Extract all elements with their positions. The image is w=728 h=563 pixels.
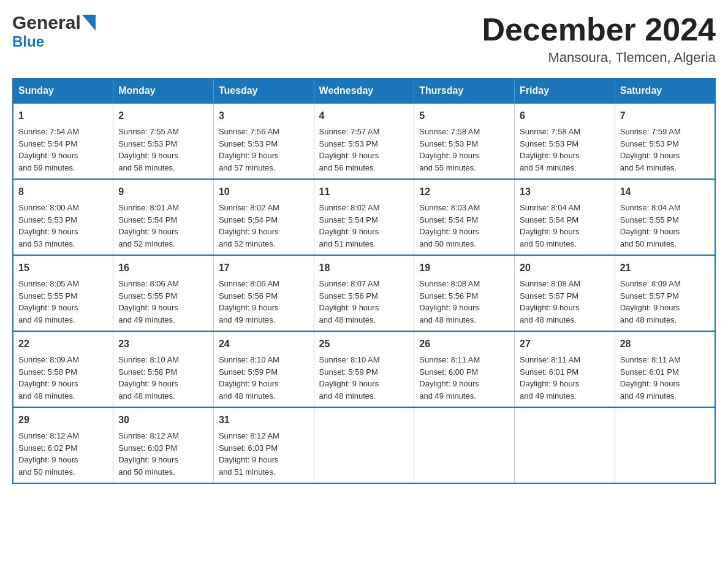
day-number: 24 [219,337,309,351]
sunset-text: Sunset: 5:57 PM [520,290,610,302]
sunset-text: Sunset: 5:55 PM [18,290,108,302]
calendar-cell: 18 Sunrise: 8:07 AM Sunset: 5:56 PM Dayl… [314,255,414,331]
day-info: Sunrise: 8:06 AM Sunset: 5:56 PM Dayligh… [219,278,309,326]
sunrise-text: Sunrise: 8:09 AM [18,354,108,366]
daylight-text: Daylight: 9 hours [118,150,208,162]
day-info: Sunrise: 7:58 AM Sunset: 5:53 PM Dayligh… [419,126,509,174]
daylight-minutes: and 48 minutes. [219,390,309,402]
sunset-text: Sunset: 6:03 PM [219,442,309,454]
day-info: Sunrise: 8:12 AM Sunset: 6:03 PM Dayligh… [219,430,309,478]
day-info: Sunrise: 7:55 AM Sunset: 5:53 PM Dayligh… [118,126,208,174]
sunrise-text: Sunrise: 8:02 AM [219,202,309,214]
daylight-minutes: and 50 minutes. [18,466,108,478]
sunrise-text: Sunrise: 8:11 AM [620,354,710,366]
daylight-minutes: and 48 minutes. [18,390,108,402]
sunset-text: Sunset: 5:54 PM [520,214,610,226]
calendar-cell: 20 Sunrise: 8:08 AM Sunset: 5:57 PM Dayl… [515,255,615,331]
location-subtitle: Mansoura, Tlemcen, Algeria [482,50,716,66]
daylight-minutes: and 51 minutes. [219,466,309,478]
day-info: Sunrise: 8:12 AM Sunset: 6:02 PM Dayligh… [18,430,108,478]
daylight-minutes: and 51 minutes. [319,238,409,250]
sunset-text: Sunset: 5:53 PM [620,138,710,150]
day-info: Sunrise: 8:02 AM Sunset: 5:54 PM Dayligh… [319,202,409,250]
day-number: 21 [620,261,710,275]
calendar-cell: 11 Sunrise: 8:02 AM Sunset: 5:54 PM Dayl… [314,179,414,255]
day-number: 19 [419,261,509,275]
day-info: Sunrise: 8:00 AM Sunset: 5:53 PM Dayligh… [18,202,108,250]
day-info: Sunrise: 7:59 AM Sunset: 5:53 PM Dayligh… [620,126,710,174]
page-header: General Blue December 2024 Mansoura, Tle… [12,12,716,66]
day-info: Sunrise: 8:10 AM Sunset: 5:59 PM Dayligh… [219,354,309,402]
calendar-week-row: 15 Sunrise: 8:05 AM Sunset: 5:55 PM Dayl… [13,255,715,331]
calendar-body: 1 Sunrise: 7:54 AM Sunset: 5:54 PM Dayli… [13,103,715,483]
calendar-week-row: 8 Sunrise: 8:00 AM Sunset: 5:53 PM Dayli… [13,179,715,255]
calendar-cell: 19 Sunrise: 8:08 AM Sunset: 5:56 PM Dayl… [414,255,515,331]
calendar-cell: 5 Sunrise: 7:58 AM Sunset: 5:53 PM Dayli… [414,103,515,179]
daylight-text: Daylight: 9 hours [620,226,710,238]
daylight-minutes: and 48 minutes. [419,314,509,326]
day-number: 8 [18,185,108,199]
day-number: 14 [620,185,710,199]
day-number: 12 [419,185,509,199]
calendar-cell: 29 Sunrise: 8:12 AM Sunset: 6:02 PM Dayl… [13,407,113,483]
sunset-text: Sunset: 5:53 PM [219,138,309,150]
sunset-text: Sunset: 5:59 PM [219,366,309,378]
calendar-cell: 16 Sunrise: 8:06 AM Sunset: 5:55 PM Dayl… [113,255,214,331]
calendar-cell: 24 Sunrise: 8:10 AM Sunset: 5:59 PM Dayl… [213,331,314,407]
day-number: 27 [520,337,610,351]
day-info: Sunrise: 7:56 AM Sunset: 5:53 PM Dayligh… [219,126,309,174]
daylight-minutes: and 49 minutes. [18,314,108,326]
sunrise-text: Sunrise: 8:09 AM [620,278,710,290]
calendar-header: Sunday Monday Tuesday Wednesday Thursday… [13,79,715,103]
sunset-text: Sunset: 5:54 PM [118,214,208,226]
sunset-text: Sunset: 6:00 PM [419,366,509,378]
day-number: 4 [319,109,409,123]
day-number: 6 [520,109,610,123]
sunset-text: Sunset: 5:57 PM [620,290,710,302]
title-block: December 2024 Mansoura, Tlemcen, Algeria [482,12,716,66]
day-info: Sunrise: 8:09 AM Sunset: 5:58 PM Dayligh… [18,354,108,402]
calendar-cell: 25 Sunrise: 8:10 AM Sunset: 5:59 PM Dayl… [314,331,414,407]
daylight-text: Daylight: 9 hours [520,378,610,390]
calendar-cell: 26 Sunrise: 8:11 AM Sunset: 6:00 PM Dayl… [414,331,515,407]
calendar-week-row: 1 Sunrise: 7:54 AM Sunset: 5:54 PM Dayli… [13,103,715,179]
sunrise-text: Sunrise: 8:12 AM [118,430,208,442]
calendar-cell: 13 Sunrise: 8:04 AM Sunset: 5:54 PM Dayl… [515,179,615,255]
day-info: Sunrise: 8:12 AM Sunset: 6:03 PM Dayligh… [118,430,208,478]
sunrise-text: Sunrise: 7:54 AM [18,126,108,138]
daylight-text: Daylight: 9 hours [18,454,108,466]
daylight-minutes: and 53 minutes. [18,238,108,250]
sunrise-text: Sunrise: 8:02 AM [319,202,409,214]
daylight-text: Daylight: 9 hours [419,226,509,238]
sunrise-text: Sunrise: 7:59 AM [620,126,710,138]
sunset-text: Sunset: 5:56 PM [219,290,309,302]
daylight-text: Daylight: 9 hours [620,150,710,162]
calendar-cell: 21 Sunrise: 8:09 AM Sunset: 5:57 PM Dayl… [615,255,715,331]
daylight-minutes: and 48 minutes. [520,314,610,326]
day-info: Sunrise: 8:11 AM Sunset: 6:01 PM Dayligh… [520,354,610,402]
day-number: 1 [18,109,108,123]
daylight-text: Daylight: 9 hours [219,150,309,162]
day-info: Sunrise: 8:04 AM Sunset: 5:54 PM Dayligh… [520,202,610,250]
sunset-text: Sunset: 5:53 PM [18,214,108,226]
daylight-minutes: and 52 minutes. [118,238,208,250]
daylight-minutes: and 48 minutes. [319,314,409,326]
sunset-text: Sunset: 5:53 PM [319,138,409,150]
calendar-cell: 12 Sunrise: 8:03 AM Sunset: 5:54 PM Dayl… [414,179,515,255]
sunrise-text: Sunrise: 7:58 AM [520,126,610,138]
daylight-text: Daylight: 9 hours [18,150,108,162]
calendar-cell: 31 Sunrise: 8:12 AM Sunset: 6:03 PM Dayl… [213,407,314,483]
daylight-minutes: and 56 minutes. [319,162,409,174]
sunset-text: Sunset: 5:56 PM [419,290,509,302]
calendar-cell: 9 Sunrise: 8:01 AM Sunset: 5:54 PM Dayli… [113,179,214,255]
calendar-cell: 17 Sunrise: 8:06 AM Sunset: 5:56 PM Dayl… [213,255,314,331]
month-year-title: December 2024 [482,12,716,47]
daylight-minutes: and 49 minutes. [118,314,208,326]
sunset-text: Sunset: 6:03 PM [118,442,208,454]
daylight-minutes: and 48 minutes. [118,390,208,402]
daylight-text: Daylight: 9 hours [319,378,409,390]
day-number: 28 [620,337,710,351]
sunset-text: Sunset: 5:58 PM [118,366,208,378]
sunrise-text: Sunrise: 8:00 AM [18,202,108,214]
daylight-text: Daylight: 9 hours [219,302,309,314]
